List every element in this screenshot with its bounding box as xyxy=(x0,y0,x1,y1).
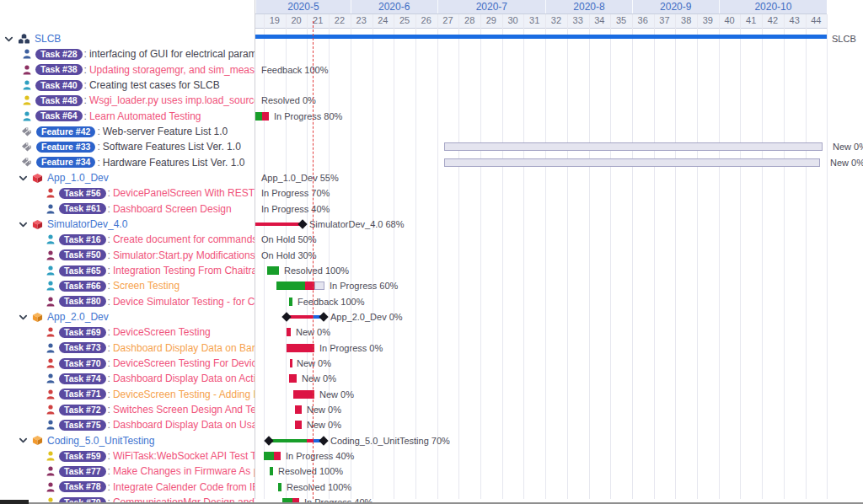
artifact-badge[interactable]: Task #80 xyxy=(59,296,106,307)
tree-item-title[interactable]: Wsgi_loader.py uses imp.load_source ... xyxy=(89,94,255,106)
artifact-badge[interactable]: Task #56 xyxy=(59,188,106,199)
tree-row-app-2-0-dev[interactable]: App_2.0_Dev xyxy=(0,309,255,324)
gantt-task-75-bar-segment[interactable] xyxy=(295,421,302,429)
chevron-down-icon[interactable] xyxy=(19,436,28,445)
gantt-task-64-bar-segment[interactable] xyxy=(262,112,269,121)
tree-row-feature-34[interactable]: Feature #34: Hardware Features List Ver.… xyxy=(0,155,255,170)
artifact-badge[interactable]: Feature #33 xyxy=(36,142,95,153)
gantt-coding-5-0-unittesting-milestone-line[interactable] xyxy=(271,439,307,442)
tree-row-task-56[interactable]: Task #56: DevicePanelScreen With REST AP… xyxy=(0,185,255,201)
tree-row-slcb[interactable]: SLCB xyxy=(0,31,255,46)
tree-item-title[interactable]: Integrate Calender Code from IEC1... xyxy=(113,481,255,493)
tree-item-title[interactable]: Dashboard Display Data on Usage ... xyxy=(113,419,255,431)
tree-item-title[interactable]: Software Features List Ver. 1.0 xyxy=(103,141,241,153)
artifact-badge[interactable]: Task #70 xyxy=(59,358,106,369)
artifact-badge[interactable]: Task #72 xyxy=(59,405,106,416)
tree-item-title[interactable]: Creating test cases for SLCB xyxy=(89,79,220,91)
tree-row-feature-42[interactable]: Feature #42: Web-server Feature List 1.0 xyxy=(0,124,255,139)
chevron-down-icon[interactable] xyxy=(19,220,28,229)
tree-item-title[interactable]: Dashboard Screen Design xyxy=(113,203,232,215)
gantt-task-71-bar-segment[interactable] xyxy=(293,390,314,399)
tree-row-task-72[interactable]: Task #72: Switches Screen Design And Tes… xyxy=(0,402,255,417)
tree-row-task-70[interactable]: Task #70: DeviceScreen Testing For Devic… xyxy=(0,356,255,371)
artifact-badge[interactable]: Task #59 xyxy=(59,451,106,462)
gantt-task-78-bar-segment[interactable] xyxy=(278,483,281,491)
tree-item-title[interactable]: Hardware Features List Ver. 1.0 xyxy=(103,157,245,169)
gantt-app-2-0-dev-milestone-line[interactable] xyxy=(288,315,313,319)
tree-item-name[interactable]: App_1.0_Dev xyxy=(47,172,109,184)
artifact-badge[interactable]: Task #28 xyxy=(35,49,83,60)
artifact-badge[interactable]: Task #50 xyxy=(59,249,106,260)
tree-item-title[interactable]: DeviceScreen Testing - Adding Ho... xyxy=(113,389,255,400)
tree-row-task-73[interactable]: Task #73: Dashboard Display Data on Bar … xyxy=(0,340,255,356)
artifact-badge[interactable]: Task #78 xyxy=(59,481,106,492)
scrollbar-thumb[interactable] xyxy=(0,500,29,504)
tree-item-title[interactable]: Dashboard Display Data on Bar Ch... xyxy=(113,342,255,354)
gantt-task-73-bar-segment[interactable] xyxy=(287,344,314,352)
tree-item-title[interactable]: Updating storagemgr, and sim_measur... xyxy=(89,64,255,76)
gantt-feature-33-bar-segment[interactable] xyxy=(444,142,823,151)
gantt-task-77-bar-segment[interactable] xyxy=(270,467,273,475)
tree-row-task-74[interactable]: Task #74: Dashboard Display Data on Acti… xyxy=(0,371,255,386)
tree-row-task-69[interactable]: Task #69: DeviceScreen Testing xyxy=(0,324,255,340)
artifact-badge[interactable]: Task #40 xyxy=(35,80,83,91)
tree-row-task-65[interactable]: Task #65: Integration Testing From Chait… xyxy=(0,263,255,278)
tree-item-title[interactable]: WiFiTask:WebSocket API Test Two ... xyxy=(113,450,255,462)
tree-row-feature-33[interactable]: Feature #33: Software Features List Ver.… xyxy=(0,139,255,154)
gantt-task-65-bar-segment[interactable] xyxy=(267,266,279,275)
artifact-badge[interactable]: Task #69 xyxy=(59,327,106,338)
gantt-task-80-bar-segment[interactable] xyxy=(289,298,292,306)
artifact-badge[interactable]: Task #64 xyxy=(35,110,83,121)
gantt-task-59-bar-segment[interactable] xyxy=(264,452,274,460)
artifact-badge[interactable]: Feature #34 xyxy=(36,157,95,168)
artifact-badge[interactable]: Task #16 xyxy=(59,234,106,245)
gantt-task-59-bar-segment[interactable] xyxy=(274,452,281,460)
tree-item-name[interactable]: SLCB xyxy=(35,33,61,45)
gantt-task-69-bar-segment[interactable] xyxy=(287,328,291,336)
chevron-down-icon[interactable] xyxy=(4,35,13,44)
artifact-badge[interactable]: Task #74 xyxy=(59,373,106,384)
tree-item-title[interactable]: Device Simulator Testing - for Crea... xyxy=(113,296,255,308)
gantt-task-66-bar-segment[interactable] xyxy=(276,281,305,290)
tree-item-title[interactable]: Learn Automated Testing xyxy=(89,110,201,122)
tree-item-title[interactable]: Create document for commands to... xyxy=(113,233,255,245)
tree-row-task-64[interactable]: Task #64: Learn Automated Testing xyxy=(0,109,255,124)
tree-row-coding-5-0-unittesting[interactable]: Coding_5.0_UnitTesting xyxy=(0,433,255,448)
artifact-badge[interactable]: Task #38 xyxy=(35,64,83,75)
tree-item-title[interactable]: Simulator:Start.py Modifications xyxy=(113,249,255,261)
tree-item-title[interactable]: interfacing of GUI for electrical parame… xyxy=(89,48,255,60)
tree-item-title[interactable]: Screen Testing xyxy=(113,280,180,292)
tree-item-title[interactable]: Integration Testing From Chaitrali's... xyxy=(113,265,255,276)
gantt-task-74-bar-segment[interactable] xyxy=(289,374,297,383)
tree-item-title[interactable]: Make Changes in Firmware As per ... xyxy=(113,465,255,477)
gantt-task-66-bar-segment[interactable] xyxy=(314,281,324,290)
tree-item-title[interactable]: Web-server Feature List 1.0 xyxy=(103,126,228,137)
chevron-down-icon[interactable] xyxy=(19,174,28,183)
chevron-down-icon[interactable] xyxy=(19,313,28,322)
artifact-badge[interactable]: Task #73 xyxy=(59,342,106,353)
artifact-badge[interactable]: Task #75 xyxy=(59,420,106,431)
gantt-simulatordev-4-0-milestone-line[interactable] xyxy=(255,223,301,226)
tree-item-name[interactable]: SimulatorDev_4.0 xyxy=(47,218,127,230)
artifact-badge[interactable]: Task #66 xyxy=(59,281,106,292)
tree-row-task-48[interactable]: Task #48: Wsgi_loader.py uses imp.load_s… xyxy=(0,93,255,108)
tree-row-task-66[interactable]: Task #66: Screen Testing xyxy=(0,278,255,293)
tree-row-task-77[interactable]: Task #77: Make Changes in Firmware As pe… xyxy=(0,464,255,479)
tree-item-name[interactable]: Coding_5.0_UnitTesting xyxy=(47,435,154,447)
artifact-badge[interactable]: Task #71 xyxy=(59,389,106,399)
gantt-task-72-bar-segment[interactable] xyxy=(295,405,302,414)
tree-item-title[interactable]: Dashboard Display Data on Active ... xyxy=(113,373,255,384)
artifact-badge[interactable]: Task #61 xyxy=(59,203,106,214)
tree-row-task-71[interactable]: Task #71: DeviceScreen Testing - Adding … xyxy=(0,387,255,402)
tree-row-task-38[interactable]: Task #38: Updating storagemgr, and sim_m… xyxy=(0,62,255,78)
tree-row-simulatordev-4-0[interactable]: SimulatorDev_4.0 xyxy=(0,217,255,232)
gantt-task-64-bar-segment[interactable] xyxy=(255,112,262,121)
tree-item-title[interactable]: DevicePanelScreen With REST API xyxy=(113,187,255,199)
artifact-badge[interactable]: Feature #42 xyxy=(36,126,95,137)
tree-row-task-40[interactable]: Task #40: Creating test cases for SLCB xyxy=(0,78,255,93)
gantt-slcb-project-bar[interactable] xyxy=(255,35,827,39)
tree-row-task-80[interactable]: Task #80: Device Simulator Testing - for… xyxy=(0,294,255,309)
tree-row-task-78[interactable]: Task #78: Integrate Calender Code from I… xyxy=(0,480,255,495)
tree-row-task-28[interactable]: Task #28: interfacing of GUI for electri… xyxy=(0,46,255,62)
tree-item-name[interactable]: App_2.0_Dev xyxy=(47,311,109,323)
